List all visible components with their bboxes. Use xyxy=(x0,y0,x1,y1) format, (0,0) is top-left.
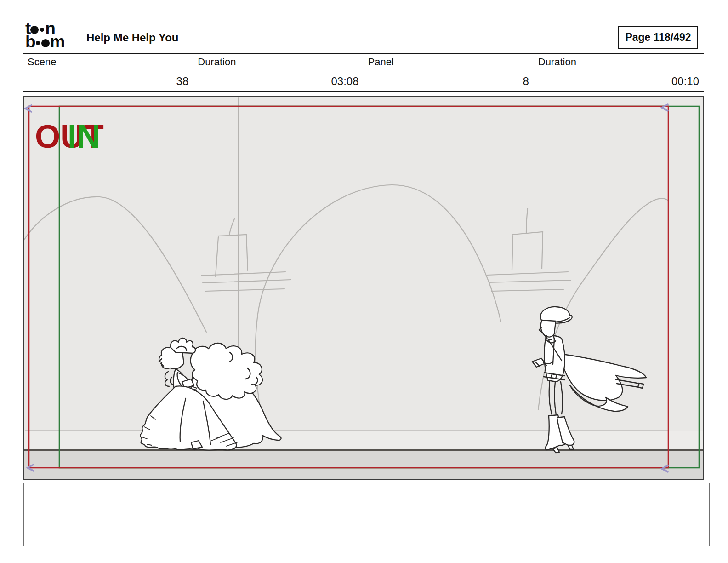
storyboard-panel-image: OUT IN xyxy=(23,96,704,480)
panel-label: Panel xyxy=(368,56,394,68)
duration2-value: 00:10 xyxy=(671,75,699,88)
panel-info-row: Scene 38 Duration 03:08 Panel 8 Duration… xyxy=(23,53,704,92)
scene-duration-cell: Duration 03:08 xyxy=(193,54,364,91)
duration-label: Duration xyxy=(198,56,236,68)
project-title: Help Me Help You xyxy=(86,31,178,44)
logo-letter: b xyxy=(25,35,35,48)
panel-value: 8 xyxy=(523,75,529,88)
panel-duration-cell: Duration 00:10 xyxy=(534,54,704,91)
camera-in-label: IN xyxy=(68,118,100,155)
wall-baseboard-band xyxy=(24,431,703,450)
panel-background xyxy=(24,97,703,479)
duration-value: 03:08 xyxy=(331,75,358,88)
duration2-label: Duration xyxy=(538,56,576,68)
storyboard-page: t n b m Help Me Help You Page 118/492 Sc… xyxy=(0,0,728,563)
logo-dot-icon xyxy=(36,41,40,45)
toonboom-logo: t n b m xyxy=(25,23,80,51)
panel-cell: Panel 8 xyxy=(364,54,534,91)
logo-dot-icon xyxy=(40,28,44,32)
logo-line-2: b m xyxy=(25,36,80,50)
floor-band xyxy=(24,450,703,479)
scene-value: 38 xyxy=(176,75,189,88)
logo-letter: m xyxy=(50,35,64,48)
caption-box xyxy=(23,483,710,546)
logo-dot-icon xyxy=(41,39,50,47)
scene-label: Scene xyxy=(28,56,56,68)
scene-cell: Scene 38 xyxy=(23,54,193,91)
page-number-badge: Page 118/492 xyxy=(618,26,698,49)
